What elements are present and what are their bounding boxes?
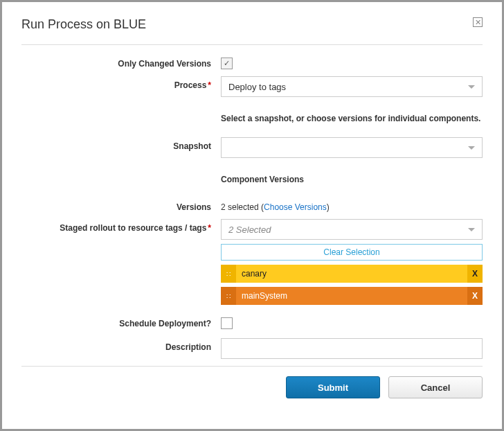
tag-remove-button[interactable]: X bbox=[467, 287, 483, 305]
only-changed-checkbox[interactable]: ✓ bbox=[221, 58, 233, 69]
snapshot-hint: Select a snapshot, or choose versions fo… bbox=[221, 114, 483, 123]
snapshot-select[interactable] bbox=[221, 137, 483, 158]
choose-versions-link[interactable]: Choose Versions bbox=[264, 202, 327, 212]
staged-rollout-label: Staged rollout to resource tags / tags* bbox=[21, 219, 221, 233]
drag-handle-icon[interactable]: ∷ bbox=[221, 287, 236, 305]
schedule-checkbox[interactable] bbox=[221, 317, 233, 329]
required-marker: * bbox=[208, 80, 211, 90]
clear-selection-button[interactable]: Clear Selection bbox=[221, 244, 483, 261]
tags-select[interactable]: 2 Selected bbox=[221, 219, 483, 240]
process-select-value: Deploy to tags bbox=[228, 82, 286, 92]
close-icon[interactable]: ✕ bbox=[473, 17, 483, 27]
versions-label: Versions bbox=[21, 198, 221, 212]
divider bbox=[21, 366, 483, 367]
cancel-button[interactable]: Cancel bbox=[388, 376, 483, 398]
tags-select-value: 2 Selected bbox=[228, 225, 271, 235]
required-marker: * bbox=[208, 223, 211, 233]
description-label: Description bbox=[21, 338, 221, 352]
dialog-title: Run Process on BLUE bbox=[21, 17, 146, 32]
submit-button[interactable]: Submit bbox=[286, 376, 380, 398]
only-changed-label: Only Changed Versions bbox=[21, 55, 221, 69]
tag-label: mainSystem bbox=[236, 287, 467, 305]
schedule-label: Schedule Deployment? bbox=[21, 315, 221, 328]
divider bbox=[21, 44, 483, 45]
drag-handle-icon[interactable]: ∷ bbox=[221, 265, 236, 283]
tag-item: ∷ mainSystem X bbox=[221, 287, 483, 305]
versions-value: 2 selected (Choose Versions) bbox=[221, 198, 483, 212]
component-versions-header: Component Versions bbox=[221, 175, 483, 184]
tag-remove-button[interactable]: X bbox=[467, 265, 483, 283]
process-select[interactable]: Deploy to tags bbox=[221, 76, 483, 97]
description-input[interactable] bbox=[221, 338, 483, 359]
snapshot-label: Snapshot bbox=[21, 137, 221, 151]
run-process-dialog: Run Process on BLUE ✕ Only Changed Versi… bbox=[0, 0, 504, 431]
tag-label: canary bbox=[236, 265, 467, 283]
process-label: Process* bbox=[21, 76, 221, 90]
tag-item: ∷ canary X bbox=[221, 265, 483, 283]
